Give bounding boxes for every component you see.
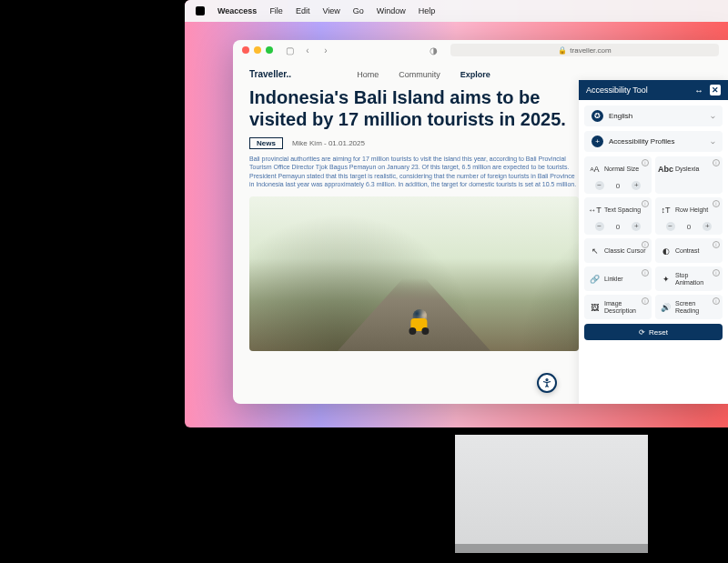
category-badge[interactable]: News: [249, 137, 283, 149]
decrease-button[interactable]: −: [595, 222, 604, 231]
card-label: Classic Cursor: [604, 247, 647, 255]
menubar-go[interactable]: Go: [353, 6, 364, 15]
audio-icon: 🔊: [660, 302, 672, 314]
card-label: Dyslexia: [675, 166, 718, 173]
app-logo-icon: [196, 6, 205, 15]
image-description-card[interactable]: i 🖼 Image Description: [584, 295, 652, 319]
info-icon[interactable]: i: [642, 159, 649, 166]
reset-icon: ⟳: [639, 328, 645, 337]
cursor-icon: ↖: [589, 246, 601, 257]
linkler-card[interactable]: i 🔗 Linkler: [584, 266, 652, 291]
reset-label: Reset: [649, 328, 668, 337]
language-selector[interactable]: ✪ English ⌵: [584, 106, 723, 126]
privacy-shield-icon[interactable]: ◑: [430, 45, 438, 55]
browser-titlebar: ▢ ‹ › ◑ 🔒 traveller.com: [233, 40, 728, 60]
reset-button[interactable]: ⟳ Reset: [584, 324, 723, 340]
info-icon[interactable]: i: [713, 200, 720, 207]
menubar-file[interactable]: File: [269, 6, 283, 15]
browser-window: ▢ ‹ › ◑ 🔒 traveller.com Traveller.. Home…: [233, 40, 728, 404]
wheel-icon: [421, 327, 429, 335]
info-icon[interactable]: i: [713, 241, 720, 248]
decrease-button[interactable]: −: [595, 181, 604, 190]
menubar-window[interactable]: Window: [377, 6, 406, 15]
macos-menubar: Weaccess File Edit View Go Window Help: [185, 0, 728, 22]
article-hero-image: [249, 196, 579, 351]
link-icon: 🔗: [589, 274, 601, 286]
browser-viewport: Traveller.. Home Community Explore Indon…: [233, 60, 728, 404]
menubar-help[interactable]: Help: [419, 6, 436, 15]
dyslexia-card[interactable]: i Abc Dyslexia: [655, 156, 723, 194]
site-brand[interactable]: Traveller..: [249, 69, 291, 79]
info-icon[interactable]: i: [713, 269, 720, 276]
close-window-icon[interactable]: [242, 46, 249, 54]
nav-home[interactable]: Home: [357, 70, 379, 79]
accessibility-fab-icon[interactable]: [537, 373, 557, 393]
maximize-window-icon[interactable]: [266, 46, 273, 54]
close-panel-icon[interactable]: ✕: [710, 85, 721, 96]
site-header: Traveller.. Home Community Explore: [249, 69, 712, 79]
a11y-panel-title: Accessibility Tool: [586, 85, 688, 95]
text-spacing-card[interactable]: i ↔T Text Spacing − 0 +: [584, 197, 652, 235]
svg-point-0: [546, 379, 548, 381]
address-bar[interactable]: 🔒 traveller.com: [450, 44, 719, 56]
info-icon[interactable]: i: [713, 159, 720, 166]
text-size-icon: AA: [589, 164, 601, 176]
profiles-label: Accessibility Profiles: [609, 137, 705, 146]
wheel-icon: [409, 327, 416, 335]
decrease-button[interactable]: −: [666, 222, 675, 231]
stop-animation-card[interactable]: i ✦ Stop Animation: [655, 266, 723, 291]
chevron-down-icon: ⌵: [711, 112, 715, 120]
a11y-panel-footer: WeAccess AI: [579, 400, 728, 404]
url-text: traveller.com: [570, 46, 611, 55]
info-icon[interactable]: i: [642, 200, 649, 207]
increase-button[interactable]: +: [632, 181, 641, 190]
normal-size-card[interactable]: i AA Normal Size − 0 +: [584, 156, 652, 194]
card-label: Normal Size: [604, 166, 647, 173]
menubar-app-name[interactable]: Weaccess: [217, 6, 257, 15]
row-height-card[interactable]: i ↕T Row Height − 0 +: [655, 197, 723, 235]
height-value: 0: [687, 223, 691, 231]
increase-button[interactable]: +: [703, 222, 712, 231]
a11y-options-grid: i AA Normal Size − 0 + i: [584, 156, 723, 319]
globe-icon: ✪: [592, 110, 603, 122]
article-headline: Indonesia's Bali Island aims to be visit…: [249, 86, 577, 130]
lock-icon: 🔒: [558, 46, 567, 55]
image-desc-icon: 🖼: [589, 302, 601, 314]
profiles-selector[interactable]: + Accessibility Profiles ⌵: [584, 131, 723, 152]
text-spacing-icon: ↔T: [589, 205, 601, 216]
accessibility-panel: Accessibility Tool ↔ ✕ ✪ English ⌵ + Acc…: [579, 80, 728, 404]
increase-button[interactable]: +: [632, 222, 641, 231]
window-controls: [242, 46, 273, 54]
menubar-edit[interactable]: Edit: [296, 6, 310, 15]
card-label: Linkler: [604, 276, 647, 283]
row-height-icon: ↕T: [660, 205, 672, 216]
chevron-down-icon: ⌵: [711, 137, 715, 146]
language-label: English: [609, 112, 705, 120]
author-date: Mike Kim - 01.01.2025: [292, 139, 365, 147]
info-icon[interactable]: i: [642, 297, 649, 305]
classic-cursor-card[interactable]: i ↖ Classic Cursor: [584, 238, 652, 263]
sidebar-icon[interactable]: ▢: [284, 45, 295, 55]
info-icon[interactable]: i: [642, 269, 649, 276]
nav-back-icon[interactable]: ‹: [302, 45, 313, 55]
contrast-card[interactable]: i ◐ Contrast: [655, 238, 723, 263]
minimize-window-icon[interactable]: [254, 46, 261, 54]
scooter-illustration: [405, 304, 434, 335]
screen-reading-card[interactable]: i 🔊 Screen Reading: [655, 295, 723, 319]
a11y-panel-header: Accessibility Tool ↔ ✕: [579, 80, 728, 100]
article-body: Bali provincial authorities are aiming f…: [249, 155, 577, 189]
a11y-panel-body: ✪ English ⌵ + Accessibility Profiles ⌵ i…: [579, 100, 728, 400]
nav-forward-icon[interactable]: ›: [320, 45, 331, 55]
card-label: Row Height: [675, 206, 718, 214]
spacing-value: 0: [616, 223, 620, 231]
info-icon[interactable]: i: [713, 297, 720, 305]
nav-community[interactable]: Community: [399, 70, 440, 79]
nav-explore[interactable]: Explore: [460, 70, 490, 79]
card-label: Contrast: [675, 247, 718, 255]
card-label: Image Description: [604, 300, 647, 314]
move-panel-icon[interactable]: ↔: [693, 85, 704, 96]
info-icon[interactable]: i: [642, 241, 649, 248]
size-value: 0: [616, 182, 620, 190]
card-label: Stop Animation: [675, 272, 718, 286]
menubar-view[interactable]: View: [322, 6, 339, 15]
